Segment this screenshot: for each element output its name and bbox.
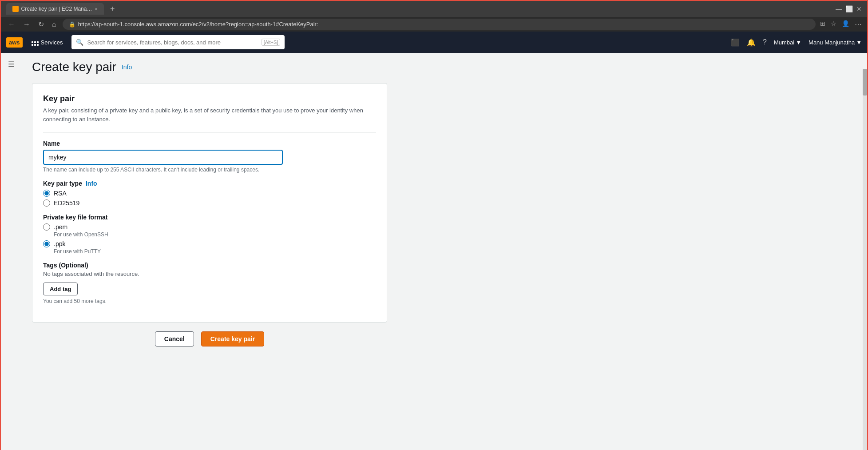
refresh-button[interactable]: ↻ bbox=[36, 19, 46, 29]
key-pair-type-label: Key pair type Info bbox=[43, 180, 376, 187]
aws-top-nav: aws Services 🔍 [Alt+S] ⬛ 🔔 ? Mumbai ▼ Ma… bbox=[1, 32, 867, 53]
tab-favicon bbox=[12, 6, 19, 12]
form-footer: Cancel Create key pair bbox=[32, 323, 387, 346]
rsa-radio[interactable] bbox=[43, 190, 50, 197]
sidebar-toggle-button[interactable]: ☰ bbox=[1, 53, 21, 450]
tab-title: Create key pair | EC2 Manageme... bbox=[21, 6, 92, 12]
region-caret-icon: ▼ bbox=[796, 39, 801, 46]
tags-hint: You can add 50 more tags. bbox=[43, 298, 376, 304]
name-input[interactable] bbox=[43, 150, 283, 165]
name-hint: The name can include up to 255 ASCII cha… bbox=[43, 167, 376, 173]
new-tab-button[interactable]: + bbox=[107, 4, 118, 14]
services-menu-button[interactable]: Services bbox=[28, 37, 67, 48]
close-window-button[interactable]: ✕ bbox=[856, 5, 862, 12]
ed25519-label: ED25519 bbox=[54, 199, 79, 207]
home-button[interactable]: ⌂ bbox=[50, 20, 58, 29]
back-button[interactable]: ← bbox=[6, 20, 17, 29]
create-key-pair-button[interactable]: Create key pair bbox=[201, 331, 264, 346]
aws-search-bar[interactable]: 🔍 [Alt+S] bbox=[71, 35, 285, 49]
lock-icon: 🔒 bbox=[69, 21, 75, 28]
page-main: Create key pair Info Key pair A key pair… bbox=[21, 53, 867, 450]
private-key-format-group: Private key file format .pem For use wit… bbox=[43, 214, 376, 255]
form-divider bbox=[43, 132, 376, 133]
bookmark-icon[interactable]: ☆ bbox=[831, 20, 836, 28]
pem-radio[interactable] bbox=[43, 223, 50, 231]
search-input[interactable] bbox=[87, 39, 258, 46]
rsa-radio-option[interactable]: RSA bbox=[43, 190, 376, 197]
pem-hint: For use with OpenSSH bbox=[54, 231, 376, 238]
browser-actions: ⊞ ☆ 👤 ⋯ bbox=[820, 20, 862, 28]
private-key-format-label: Private key file format bbox=[43, 214, 376, 221]
key-pair-type-info-link[interactable]: Info bbox=[86, 180, 97, 187]
user-menu-button[interactable]: Manu Manjunatha ▼ bbox=[809, 39, 862, 46]
page-wrapper: ☰ Create key pair Info Key pair A key pa… bbox=[1, 53, 867, 450]
ed25519-radio[interactable] bbox=[43, 199, 50, 207]
ppk-radio-option[interactable]: .ppk bbox=[43, 240, 376, 247]
browser-tab[interactable]: Create key pair | EC2 Manageme... × bbox=[6, 3, 104, 15]
browser-window: Create key pair | EC2 Manageme... × + — … bbox=[0, 0, 868, 450]
region-selector[interactable]: Mumbai ▼ bbox=[774, 39, 801, 46]
card-section-title: Key pair bbox=[43, 94, 376, 104]
browser-controls: ← → ↻ ⌂ 🔒 https://ap-south-1.console.aws… bbox=[1, 17, 867, 32]
tags-section: Tags (Optional) No tags associated with … bbox=[43, 262, 376, 304]
minimize-button[interactable]: — bbox=[836, 5, 842, 12]
pem-label: .pem bbox=[54, 223, 67, 231]
name-label: Name bbox=[43, 140, 376, 147]
key-pair-card: Key pair A key pair, consisting of a pri… bbox=[32, 83, 387, 323]
maximize-button[interactable]: ⬜ bbox=[845, 5, 853, 12]
aws-logo: aws bbox=[6, 37, 23, 48]
tags-none-text: No tags associated with the resource. bbox=[43, 271, 376, 277]
tags-label: Tags (Optional) bbox=[43, 262, 376, 269]
page-title-row: Create key pair Info bbox=[32, 60, 856, 74]
page-info-link[interactable]: Info bbox=[122, 64, 132, 71]
user-caret-icon: ▼ bbox=[856, 39, 862, 46]
region-label: Mumbai bbox=[774, 39, 794, 46]
ppk-radio[interactable] bbox=[43, 240, 50, 247]
address-bar[interactable]: 🔒 https://ap-south-1.console.aws.amazon.… bbox=[63, 19, 816, 30]
aws-nav-right: ⬛ 🔔 ? Mumbai ▼ Manu Manjunatha ▼ bbox=[731, 38, 862, 47]
card-section-desc: A key pair, consisting of a private key … bbox=[43, 106, 376, 123]
rsa-label: RSA bbox=[54, 190, 67, 197]
more-button[interactable]: ⋯ bbox=[855, 20, 862, 28]
search-icon: 🔍 bbox=[76, 39, 83, 46]
key-pair-type-group: Key pair type Info RSA ED25519 bbox=[43, 180, 376, 207]
grid-icon bbox=[32, 40, 39, 45]
profile-icon[interactable]: 👤 bbox=[842, 20, 849, 28]
ppk-hint: For use with PuTTY bbox=[54, 248, 376, 255]
add-tag-button[interactable]: Add tag bbox=[43, 283, 78, 295]
extensions-icon[interactable]: ⊞ bbox=[820, 20, 825, 28]
ppk-label: .ppk bbox=[54, 240, 65, 247]
name-form-group: Name The name can include up to 255 ASCI… bbox=[43, 140, 376, 173]
cloud-shell-icon[interactable]: ⬛ bbox=[731, 38, 740, 47]
cancel-button[interactable]: Cancel bbox=[155, 331, 194, 346]
ed25519-radio-option[interactable]: ED25519 bbox=[43, 199, 376, 207]
pem-radio-option[interactable]: .pem bbox=[43, 223, 376, 231]
scrollbar-track[interactable] bbox=[863, 69, 867, 450]
search-shortcut: [Alt+S] bbox=[262, 39, 281, 46]
page-title: Create key pair bbox=[32, 60, 116, 74]
scrollbar-thumb[interactable] bbox=[863, 69, 867, 96]
url-text: https://ap-south-1.console.aws.amazon.co… bbox=[78, 21, 318, 28]
forward-button[interactable]: → bbox=[21, 20, 32, 29]
help-icon[interactable]: ? bbox=[763, 38, 767, 46]
tab-close-button[interactable]: × bbox=[95, 6, 98, 12]
notifications-icon[interactable]: 🔔 bbox=[747, 38, 756, 47]
services-label: Services bbox=[41, 39, 63, 46]
user-label: Manu Manjunatha bbox=[809, 39, 855, 46]
browser-titlebar: Create key pair | EC2 Manageme... × + — … bbox=[1, 1, 867, 17]
